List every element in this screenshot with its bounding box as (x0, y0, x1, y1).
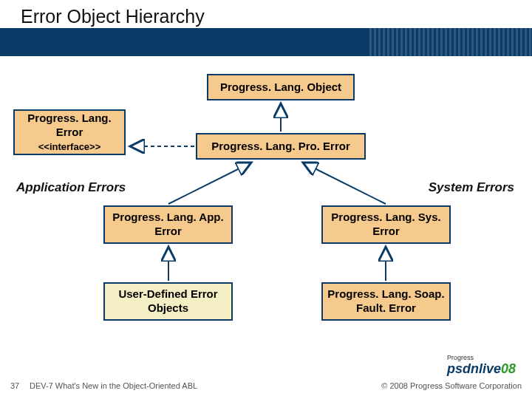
slide: Error Object Hierarchy Progress. Lang. O… (0, 0, 532, 399)
box-apperror: Progress. Lang. App. Error (103, 205, 233, 244)
box-user-defined: User-Defined Error Objects (103, 282, 233, 321)
box-proerror: Progress. Lang. Pro. Error (196, 133, 366, 160)
slide-number: 37 (10, 381, 19, 390)
title-bar (0, 28, 532, 56)
logo-progress-label: Progress (447, 355, 516, 361)
footer-copyright: © 2008 Progress Software Corporation (381, 381, 522, 390)
box-error-interface: Progress. Lang. Error <<interface>> (13, 109, 126, 155)
box-error-label: Progress. Lang. Error (15, 112, 124, 140)
label-application-errors: Application Errors (16, 180, 126, 195)
label-system-errors: System Errors (429, 180, 514, 195)
box-soapfault: Progress. Lang. Soap. Fault. Error (321, 282, 451, 321)
slide-title: Error Object Hierarchy (21, 6, 205, 27)
footer-subtitle: DEV-7 What's New in the Object-Oriented … (30, 381, 197, 390)
box-error-stereotype: <<interface>> (15, 141, 124, 153)
box-object: Progress. Lang. Object (207, 74, 355, 100)
svg-line-2 (168, 163, 251, 204)
box-syserror: Progress. Lang. Sys. Error (321, 205, 451, 244)
hierarchy-arrows (0, 0, 532, 399)
logo-psdnlive: Progress psdnlive08 (447, 355, 516, 377)
svg-line-3 (303, 163, 386, 204)
logo-year: 08 (501, 361, 516, 376)
logo-main-text: psdnlive (447, 361, 501, 376)
